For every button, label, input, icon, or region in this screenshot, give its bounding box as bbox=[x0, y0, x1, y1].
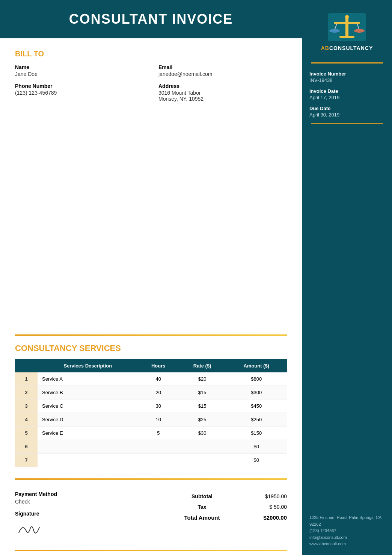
total-value: $2000.00 bbox=[249, 514, 287, 521]
table-header-row: Services Description Hours Rate ($) Amou… bbox=[15, 359, 287, 372]
col-rate: Rate ($) bbox=[179, 359, 226, 372]
row-num: 4 bbox=[15, 413, 38, 426]
sidebar: ABCONSULTANCY Invoice Number INV-19438 I… bbox=[302, 0, 392, 555]
row-amount: $250 bbox=[226, 413, 287, 426]
services-title: CONSULTANCY SERVICES bbox=[15, 343, 287, 353]
row-hours: 10 bbox=[138, 413, 179, 426]
row-description bbox=[38, 440, 138, 454]
invoice-title: CONSULTANT INVOICE bbox=[8, 11, 294, 27]
invoice-number-value: INV-19438 bbox=[309, 77, 384, 83]
payment-left: Payment Method Check Signature bbox=[15, 491, 147, 538]
row-num: 2 bbox=[15, 386, 38, 399]
signature-label: Signature bbox=[15, 511, 147, 517]
email-value: janedoe@noemail.com bbox=[158, 71, 287, 77]
svg-point-6 bbox=[329, 29, 340, 33]
phone-value: (123) 123-456789 bbox=[15, 90, 143, 96]
row-description: Service B bbox=[38, 386, 138, 399]
subtotal-row: Subtotal $1950.00 bbox=[155, 491, 287, 502]
divider-2 bbox=[15, 478, 287, 480]
logo-ab: AB bbox=[321, 45, 329, 51]
row-amount: $0 bbox=[226, 454, 287, 467]
table-row: 5 Service E 5 $30 $150 bbox=[15, 426, 287, 440]
table-row: 3 Service C 30 $15 $450 bbox=[15, 399, 287, 413]
svg-rect-1 bbox=[345, 17, 348, 38]
row-rate: $15 bbox=[179, 386, 226, 399]
due-date-label: Due Date bbox=[309, 106, 384, 111]
row-amount: $450 bbox=[226, 399, 287, 413]
row-hours bbox=[138, 440, 179, 454]
row-hours: 40 bbox=[138, 372, 179, 386]
row-num: 6 bbox=[15, 440, 38, 454]
row-hours: 30 bbox=[138, 399, 179, 413]
svg-point-8 bbox=[345, 15, 349, 19]
row-rate: $20 bbox=[179, 372, 226, 386]
row-amount: $800 bbox=[226, 372, 287, 386]
row-hours: 5 bbox=[138, 426, 179, 440]
table-row: 6 $0 bbox=[15, 440, 287, 454]
signature-value bbox=[15, 520, 147, 538]
main-content: CONSULTANT INVOICE BILL TO Name Jane Doe… bbox=[0, 0, 302, 555]
invoice-page: CONSULTANT INVOICE BILL TO Name Jane Doe… bbox=[0, 0, 392, 555]
table-row: 2 Service B 20 $15 $300 bbox=[15, 386, 287, 399]
footer-phone: (123) 1234567 bbox=[309, 528, 384, 534]
col-num bbox=[15, 359, 38, 372]
table-row: 4 Service D 10 $25 $250 bbox=[15, 413, 287, 426]
signature-svg bbox=[15, 520, 45, 538]
row-hours bbox=[138, 454, 179, 467]
row-rate: $25 bbox=[179, 413, 226, 426]
svg-point-7 bbox=[354, 29, 365, 33]
footer-address: 1225 Fincham Road, Palm Springs, CA, 922… bbox=[309, 514, 384, 528]
divider-3 bbox=[15, 550, 287, 551]
due-date-value: April 30, 2019 bbox=[309, 112, 384, 118]
col-description: Services Description bbox=[38, 359, 138, 372]
invoice-date-value: April 17, 2019 bbox=[309, 95, 384, 100]
sidebar-footer: 1225 Fincham Road, Palm Springs, CA, 922… bbox=[302, 507, 392, 555]
logo-icon bbox=[326, 11, 368, 45]
row-amount: $300 bbox=[226, 386, 287, 399]
row-num: 1 bbox=[15, 372, 38, 386]
svg-rect-2 bbox=[339, 36, 354, 38]
row-num: 3 bbox=[15, 399, 38, 413]
phone-field: Phone Number (123) 123-456789 bbox=[15, 83, 143, 102]
services-table: Services Description Hours Rate ($) Amou… bbox=[15, 359, 287, 467]
row-rate: $15 bbox=[179, 399, 226, 413]
tax-value: $ 50.00 bbox=[249, 504, 287, 510]
address-line1: 3016 Mount Tabor bbox=[158, 90, 287, 96]
total-label: Total Amount bbox=[155, 514, 249, 521]
payment-method-value: Check bbox=[15, 499, 147, 505]
footer-website: www.abconsult.com bbox=[309, 541, 384, 547]
col-hours: Hours bbox=[138, 359, 179, 372]
invoice-number-label: Invoice Number bbox=[309, 71, 384, 77]
address-field: Address 3016 Mount Tabor Monsey, NY, 109… bbox=[158, 83, 287, 102]
invoice-date-label: Invoice Date bbox=[309, 88, 384, 94]
name-value: Jane Doe bbox=[15, 71, 143, 77]
tax-label: Tax bbox=[155, 504, 249, 510]
services-section: CONSULTANCY SERVICES Services Descriptio… bbox=[0, 336, 302, 475]
email-label: Email bbox=[158, 64, 287, 70]
bill-to-grid: Name Jane Doe Email janedoe@noemail.com … bbox=[15, 64, 287, 102]
row-num: 7 bbox=[15, 454, 38, 467]
row-num: 5 bbox=[15, 426, 38, 440]
invoice-header: CONSULTANT INVOICE bbox=[0, 0, 302, 38]
col-amount: Amount ($) bbox=[226, 359, 287, 372]
email-field: Email janedoe@noemail.com bbox=[158, 64, 287, 77]
payment-section: Payment Method Check Signature Subtotal … bbox=[0, 484, 302, 546]
row-description: Service C bbox=[38, 399, 138, 413]
row-description bbox=[38, 454, 138, 467]
row-rate bbox=[179, 454, 226, 467]
sidebar-divider-2 bbox=[311, 123, 383, 124]
row-description: Service D bbox=[38, 413, 138, 426]
total-row: Total Amount $2000.00 bbox=[155, 512, 287, 523]
row-amount: $150 bbox=[226, 426, 287, 440]
table-row: 7 $0 bbox=[15, 454, 287, 467]
row-description: Service A bbox=[38, 372, 138, 386]
bill-to-section: BILL TO Name Jane Doe Email janedoe@noem… bbox=[0, 38, 302, 334]
logo-text: ABCONSULTANCY bbox=[321, 45, 373, 51]
subtotal-label: Subtotal bbox=[155, 493, 249, 499]
table-row: 1 Service A 40 $20 $800 bbox=[15, 372, 287, 386]
footer-email: info@abconsult.com bbox=[309, 534, 384, 541]
payment-right: Subtotal $1950.00 Tax $ 50.00 Total Amou… bbox=[155, 491, 287, 523]
payment-method-label: Payment Method bbox=[15, 491, 147, 497]
row-amount: $0 bbox=[226, 440, 287, 454]
tax-row: Tax $ 50.00 bbox=[155, 502, 287, 512]
